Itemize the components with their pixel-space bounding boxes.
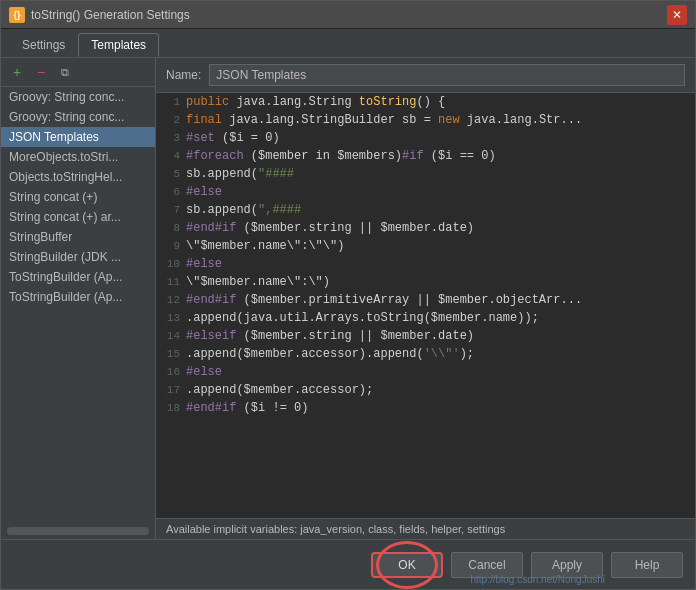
content-area: + − ⧉ Groovy: String conc... Groovy: Str… — [1, 58, 695, 539]
bottom-bar: OK Cancel Apply Help http://blog.csdn.ne… — [1, 539, 695, 589]
name-label: Name: — [166, 68, 201, 82]
remove-template-button[interactable]: − — [31, 62, 51, 82]
list-item[interactable]: StringBuffer — [1, 227, 155, 247]
code-line: 7 sb.append(",#### — [156, 201, 695, 219]
code-line: 8 #end#if ($member.string || $member.dat… — [156, 219, 695, 237]
list-item[interactable]: String concat (+) — [1, 187, 155, 207]
code-line: 13 .append(java.util.Arrays.toString($me… — [156, 309, 695, 327]
list-item[interactable]: Groovy: String conc... — [1, 87, 155, 107]
scroll-indicator — [7, 527, 149, 535]
add-template-button[interactable]: + — [7, 62, 27, 82]
code-editor[interactable]: 1 public java.lang.String toString() { 2… — [156, 93, 695, 518]
code-line: 5 sb.append("#### — [156, 165, 695, 183]
left-panel: + − ⧉ Groovy: String conc... Groovy: Str… — [1, 58, 156, 539]
code-line: 2 final java.lang.StringBuilder sb = new… — [156, 111, 695, 129]
copy-template-button[interactable]: ⧉ — [55, 62, 75, 82]
name-input[interactable] — [209, 64, 685, 86]
code-line: 3 #set ($i = 0) — [156, 129, 695, 147]
name-bar: Name: — [156, 58, 695, 93]
toolbar: + − ⧉ — [1, 58, 155, 87]
title-bar: {} toString() Generation Settings ✕ — [1, 1, 695, 29]
main-window: {} toString() Generation Settings ✕ Sett… — [0, 0, 696, 590]
window-icon: {} — [9, 7, 25, 23]
code-line: 15 .append($member.accessor).append('\\"… — [156, 345, 695, 363]
code-line: 10 #else — [156, 255, 695, 273]
list-item[interactable]: ToStringBuilder (Ap... — [1, 287, 155, 307]
code-line: 6 #else — [156, 183, 695, 201]
tab-settings[interactable]: Settings — [9, 33, 78, 57]
help-button[interactable]: Help — [611, 552, 683, 578]
code-line: 17 .append($member.accessor); — [156, 381, 695, 399]
list-item[interactable]: MoreObjects.toStri... — [1, 147, 155, 167]
list-item[interactable]: Objects.toStringHel... — [1, 167, 155, 187]
list-item[interactable]: String concat (+) ar... — [1, 207, 155, 227]
right-panel: Name: 1 public java.lang.String toString… — [156, 58, 695, 539]
code-line: 12 #end#if ($member.primitiveArray || $m… — [156, 291, 695, 309]
code-line: 18 #end#if ($i != 0) — [156, 399, 695, 417]
list-item[interactable]: Groovy: String conc... — [1, 107, 155, 127]
ok-circle-highlight: OK — [371, 552, 443, 578]
ok-button[interactable]: OK — [371, 552, 443, 578]
title-bar-left: {} toString() Generation Settings — [9, 7, 190, 23]
tab-templates[interactable]: Templates — [78, 33, 159, 57]
code-line: 14 #elseif ($member.string || $member.da… — [156, 327, 695, 345]
list-item-selected[interactable]: JSON Templates — [1, 127, 155, 147]
list-item[interactable]: ToStringBuilder (Ap... — [1, 267, 155, 287]
tabs-bar: Settings Templates — [1, 29, 695, 58]
close-button[interactable]: ✕ — [667, 5, 687, 25]
code-line: 4 #foreach ($member in $members)#if ($i … — [156, 147, 695, 165]
template-list: Groovy: String conc... Groovy: String co… — [1, 87, 155, 523]
apply-button[interactable]: Apply — [531, 552, 603, 578]
info-bar: Available implicit variables: java_versi… — [156, 518, 695, 539]
code-line: 9 \"$member.name\":\"\") — [156, 237, 695, 255]
list-item[interactable]: StringBuilder (JDK ... — [1, 247, 155, 267]
info-text: Available implicit variables: java_versi… — [166, 523, 505, 535]
cancel-button[interactable]: Cancel — [451, 552, 523, 578]
code-line: 1 public java.lang.String toString() { — [156, 93, 695, 111]
window-title: toString() Generation Settings — [31, 8, 190, 22]
code-line: 11 \"$member.name\":\") — [156, 273, 695, 291]
code-lines: 1 public java.lang.String toString() { 2… — [156, 93, 695, 417]
code-line: 16 #else — [156, 363, 695, 381]
